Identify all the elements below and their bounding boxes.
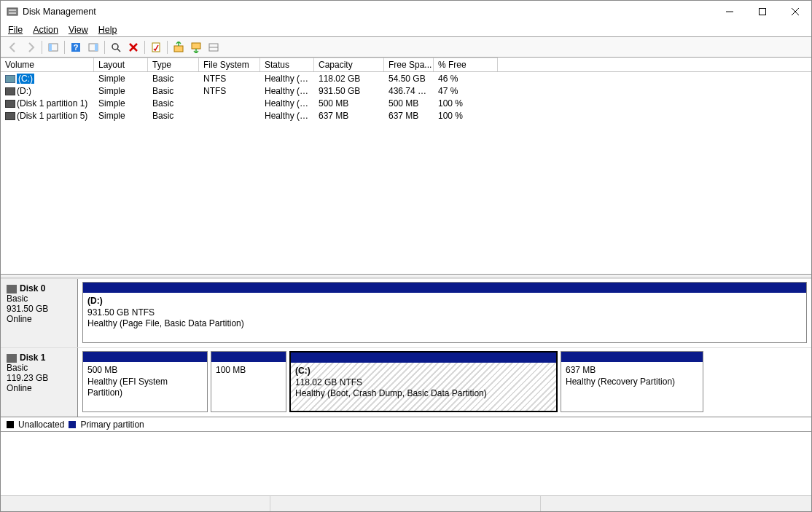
- close-button[interactable]: [778, 1, 811, 22]
- window-buttons: [713, 1, 811, 22]
- separator: [167, 41, 168, 54]
- delete-button[interactable]: [125, 39, 141, 55]
- menu-bar: File Action View Help: [1, 23, 811, 37]
- disk-info-panel[interactable]: Disk 1Basic119.23 GBOnline: [1, 348, 78, 417]
- column-type[interactable]: Type: [148, 58, 199, 71]
- column-volume[interactable]: Volume: [1, 58, 94, 71]
- volume-name: (D:): [17, 86, 31, 96]
- separator: [144, 41, 145, 54]
- partition-body: (C:)118.02 GB NTFSHealthy (Boot, Crash D…: [291, 363, 556, 411]
- legend-primary-label: Primary partition: [80, 420, 144, 430]
- refresh-button[interactable]: [108, 39, 124, 55]
- cell-layout: Simple: [94, 74, 148, 84]
- partition-size: 500 MB: [87, 365, 203, 377]
- partition-color-bar: [83, 352, 207, 362]
- separator: [64, 41, 65, 54]
- disk-management-window: Disk Management File Action View Help ? …: [0, 0, 812, 512]
- disk-info-panel[interactable]: Disk 0Basic931.50 GBOnline: [1, 279, 78, 347]
- back-button[interactable]: [5, 39, 21, 55]
- table-row[interactable]: (D:)SimpleBasicNTFSHealthy (P...931.50 G…: [1, 84, 811, 97]
- partition[interactable]: (D:)931.50 GB NTFSHealthy (Page File, Ba…: [82, 282, 807, 343]
- show-hide-action-pane-button[interactable]: [85, 39, 101, 55]
- toolbar: ?: [1, 37, 811, 58]
- cell-capacity: 500 MB: [314, 98, 384, 109]
- separator: [104, 41, 105, 54]
- column-capacity[interactable]: Capacity: [314, 58, 384, 71]
- column-freespace[interactable]: Free Spa...: [384, 58, 434, 71]
- disk-status: Online: [7, 314, 71, 324]
- legend: Unallocated Primary partition: [1, 417, 811, 432]
- legend-unallocated-swatch: [7, 421, 14, 428]
- partition-size: 100 MB: [216, 365, 281, 377]
- table-row[interactable]: (Disk 1 partition 5)SimpleBasicHealthy (…: [1, 109, 811, 122]
- cell-pctfree: 100 %: [434, 98, 498, 109]
- svg-rect-1: [9, 9, 16, 11]
- svg-text:?: ?: [74, 43, 79, 52]
- partition[interactable]: 100 MB: [211, 351, 286, 412]
- partition[interactable]: 637 MBHealthy (Recovery Partition): [561, 351, 703, 412]
- help-button[interactable]: ?: [68, 39, 84, 55]
- volume-icon: [5, 87, 15, 95]
- volume-list-header[interactable]: Volume Layout Type File System Status Ca…: [1, 58, 811, 72]
- partition-size: 931.50 GB NTFS: [87, 307, 802, 319]
- table-row[interactable]: (C:)SimpleBasicNTFSHealthy (B...118.02 G…: [1, 72, 811, 84]
- cell-layout: Simple: [94, 98, 148, 109]
- cell-capacity: 931.50 GB: [314, 86, 384, 96]
- cell-filesystem: NTFS: [199, 86, 260, 96]
- disk-name: Disk 0: [20, 283, 45, 294]
- svg-rect-17: [192, 43, 200, 49]
- cell-freespace: 54.50 GB: [384, 74, 434, 84]
- settings-list-button[interactable]: [206, 39, 222, 55]
- settings-top-button[interactable]: [171, 39, 187, 55]
- column-pctfree[interactable]: % Free: [434, 58, 498, 71]
- disk-row: Disk 1Basic119.23 GBOnline500 MBHealthy …: [1, 347, 811, 417]
- cell-type: Basic: [148, 74, 199, 84]
- properties-button[interactable]: [148, 39, 164, 55]
- cell-type: Basic: [148, 98, 199, 109]
- partition[interactable]: 500 MBHealthy (EFI System Partition): [82, 351, 208, 412]
- separator: [42, 41, 42, 54]
- disk-name: Disk 1: [20, 353, 45, 363]
- partition-size: 637 MB: [566, 365, 698, 377]
- menu-view[interactable]: View: [69, 25, 88, 35]
- partition-label: (C:): [295, 366, 552, 377]
- minimize-button[interactable]: [713, 1, 746, 22]
- cell-status: Healthy (R...: [260, 111, 314, 121]
- cell-capacity: 637 MB: [314, 111, 384, 121]
- cell-status: Healthy (P...: [260, 86, 314, 96]
- partition-color-bar: [83, 283, 806, 293]
- disk-type: Basic: [7, 294, 71, 304]
- cell-type: Basic: [148, 111, 199, 121]
- svg-rect-0: [7, 8, 17, 15]
- volume-name: (Disk 1 partition 5): [17, 111, 87, 121]
- svg-rect-4: [759, 9, 765, 15]
- app-icon: [7, 6, 18, 17]
- svg-rect-15: [152, 43, 160, 52]
- disk-status: Online: [7, 383, 71, 393]
- forward-button[interactable]: [23, 39, 39, 55]
- partition-status: Healthy (EFI System Partition): [87, 377, 203, 399]
- volume-list[interactable]: (C:)SimpleBasicNTFSHealthy (B...118.02 G…: [1, 72, 811, 275]
- column-layout[interactable]: Layout: [94, 58, 148, 71]
- cell-freespace: 637 MB: [384, 111, 434, 121]
- partition-status: Healthy (Boot, Crash Dump, Basic Data Pa…: [295, 388, 552, 400]
- menu-file[interactable]: File: [8, 25, 23, 35]
- show-hide-console-tree-button[interactable]: [45, 39, 61, 55]
- maximize-button[interactable]: [746, 1, 778, 22]
- cell-pctfree: 46 %: [434, 74, 498, 84]
- disk-graphical-view[interactable]: Disk 0Basic931.50 GBOnline(D:)931.50 GB …: [1, 278, 811, 417]
- settings-bottom-button[interactable]: [188, 39, 204, 55]
- title-bar[interactable]: Disk Management: [1, 1, 811, 23]
- partition[interactable]: (C:)118.02 GB NTFSHealthy (Boot, Crash D…: [289, 351, 558, 412]
- table-row[interactable]: (Disk 1 partition 1)SimpleBasicHealthy (…: [1, 97, 811, 109]
- column-status[interactable]: Status: [260, 58, 314, 71]
- column-filesystem[interactable]: File System: [199, 58, 260, 71]
- menu-action[interactable]: Action: [33, 25, 58, 35]
- partition-label: (D:): [87, 296, 802, 307]
- volume-icon: [5, 112, 15, 120]
- window-title: Disk Management: [23, 7, 713, 17]
- status-bar: [1, 495, 811, 511]
- volume-icon: [5, 75, 15, 83]
- partition-status: Healthy (Page File, Basic Data Partition…: [87, 318, 802, 330]
- menu-help[interactable]: Help: [98, 25, 117, 35]
